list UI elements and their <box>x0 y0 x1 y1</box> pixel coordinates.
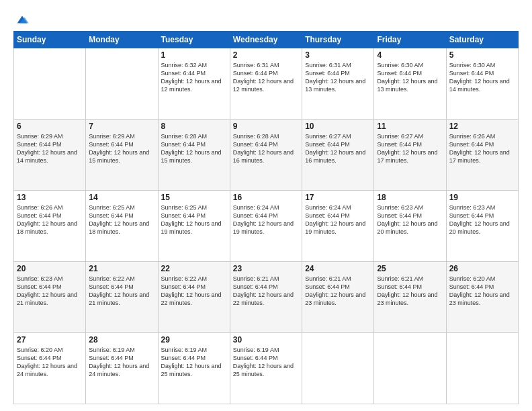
cell-info-text: Sunrise: 6:24 AM Sunset: 6:44 PM Dayligh… <box>305 203 371 236</box>
cell-day-number: 10 <box>305 122 371 131</box>
cell-day-number: 15 <box>161 193 227 202</box>
cell-info-text: Sunrise: 6:26 AM Sunset: 6:44 PM Dayligh… <box>17 203 83 236</box>
calendar-header-monday: Monday <box>86 32 158 48</box>
cell-day-number: 2 <box>233 50 299 60</box>
cell-day-number: 22 <box>161 264 227 273</box>
cell-info-text: Sunrise: 6:21 AM Sunset: 6:44 PM Dayligh… <box>305 275 371 308</box>
cell-day-number: 4 <box>377 50 443 60</box>
page: SundayMondayTuesdayWednesdayThursdayFrid… <box>0 0 532 411</box>
calendar-cell: 14Sunrise: 6:25 AM Sunset: 6:44 PM Dayli… <box>86 191 158 262</box>
cell-info-text: Sunrise: 6:23 AM Sunset: 6:44 PM Dayligh… <box>449 203 515 236</box>
cell-info-text: Sunrise: 6:30 AM Sunset: 6:44 PM Dayligh… <box>377 61 443 94</box>
calendar-header-thursday: Thursday <box>302 32 374 48</box>
calendar-header-wednesday: Wednesday <box>230 32 302 48</box>
cell-info-text: Sunrise: 6:21 AM Sunset: 6:44 PM Dayligh… <box>377 275 443 308</box>
cell-day-number: 18 <box>377 193 443 202</box>
cell-day-number: 1 <box>161 50 227 60</box>
cell-info-text: Sunrise: 6:29 AM Sunset: 6:44 PM Dayligh… <box>17 132 83 165</box>
cell-day-number: 12 <box>449 122 515 131</box>
calendar-table: SundayMondayTuesdayWednesdayThursdayFrid… <box>13 31 519 404</box>
calendar-cell <box>14 48 86 120</box>
calendar-cell: 12Sunrise: 6:26 AM Sunset: 6:44 PM Dayli… <box>446 120 518 191</box>
cell-day-number: 17 <box>305 193 371 202</box>
calendar-cell: 13Sunrise: 6:26 AM Sunset: 6:44 PM Dayli… <box>14 191 86 262</box>
logo-icon <box>15 12 30 27</box>
header <box>13 12 519 24</box>
cell-info-text: Sunrise: 6:22 AM Sunset: 6:44 PM Dayligh… <box>161 275 227 308</box>
calendar-cell: 16Sunrise: 6:24 AM Sunset: 6:44 PM Dayli… <box>230 191 302 262</box>
calendar-cell: 15Sunrise: 6:25 AM Sunset: 6:44 PM Dayli… <box>158 191 230 262</box>
calendar-cell: 2Sunrise: 6:31 AM Sunset: 6:44 PM Daylig… <box>230 48 302 120</box>
cell-day-number: 27 <box>17 335 83 345</box>
cell-day-number: 5 <box>449 50 515 60</box>
cell-day-number: 25 <box>377 264 443 273</box>
cell-day-number: 7 <box>89 122 154 131</box>
calendar-cell: 24Sunrise: 6:21 AM Sunset: 6:44 PM Dayli… <box>302 262 374 333</box>
cell-info-text: Sunrise: 6:32 AM Sunset: 6:44 PM Dayligh… <box>161 61 227 94</box>
cell-info-text: Sunrise: 6:31 AM Sunset: 6:44 PM Dayligh… <box>305 61 371 94</box>
cell-day-number: 3 <box>305 50 371 60</box>
cell-info-text: Sunrise: 6:20 AM Sunset: 6:44 PM Dayligh… <box>17 346 83 379</box>
calendar-cell: 6Sunrise: 6:29 AM Sunset: 6:44 PM Daylig… <box>14 120 86 191</box>
calendar-cell: 28Sunrise: 6:19 AM Sunset: 6:44 PM Dayli… <box>86 333 158 404</box>
cell-info-text: Sunrise: 6:19 AM Sunset: 6:44 PM Dayligh… <box>233 346 299 379</box>
cell-info-text: Sunrise: 6:27 AM Sunset: 6:44 PM Dayligh… <box>377 132 443 165</box>
calendar-cell: 18Sunrise: 6:23 AM Sunset: 6:44 PM Dayli… <box>374 191 446 262</box>
cell-day-number: 24 <box>305 264 371 273</box>
cell-info-text: Sunrise: 6:20 AM Sunset: 6:44 PM Dayligh… <box>449 275 515 308</box>
cell-day-number: 29 <box>161 335 227 345</box>
cell-info-text: Sunrise: 6:25 AM Sunset: 6:44 PM Dayligh… <box>161 203 227 236</box>
calendar-cell: 27Sunrise: 6:20 AM Sunset: 6:44 PM Dayli… <box>14 333 86 404</box>
cell-info-text: Sunrise: 6:23 AM Sunset: 6:44 PM Dayligh… <box>377 203 443 236</box>
calendar-week-row: 27Sunrise: 6:20 AM Sunset: 6:44 PM Dayli… <box>14 333 519 404</box>
cell-info-text: Sunrise: 6:27 AM Sunset: 6:44 PM Dayligh… <box>305 132 371 165</box>
calendar-week-row: 6Sunrise: 6:29 AM Sunset: 6:44 PM Daylig… <box>14 120 519 191</box>
calendar-cell: 22Sunrise: 6:22 AM Sunset: 6:44 PM Dayli… <box>158 262 230 333</box>
calendar-cell: 3Sunrise: 6:31 AM Sunset: 6:44 PM Daylig… <box>302 48 374 120</box>
cell-info-text: Sunrise: 6:26 AM Sunset: 6:44 PM Dayligh… <box>449 132 515 165</box>
cell-info-text: Sunrise: 6:28 AM Sunset: 6:44 PM Dayligh… <box>161 132 227 165</box>
calendar-cell: 10Sunrise: 6:27 AM Sunset: 6:44 PM Dayli… <box>302 120 374 191</box>
cell-info-text: Sunrise: 6:29 AM Sunset: 6:44 PM Dayligh… <box>89 132 154 165</box>
cell-info-text: Sunrise: 6:30 AM Sunset: 6:44 PM Dayligh… <box>449 61 515 94</box>
cell-day-number: 9 <box>233 122 299 131</box>
cell-info-text: Sunrise: 6:25 AM Sunset: 6:44 PM Dayligh… <box>89 203 154 236</box>
calendar-header-saturday: Saturday <box>446 32 518 48</box>
calendar-cell: 8Sunrise: 6:28 AM Sunset: 6:44 PM Daylig… <box>158 120 230 191</box>
logo <box>13 12 30 24</box>
calendar-cell: 21Sunrise: 6:22 AM Sunset: 6:44 PM Dayli… <box>86 262 158 333</box>
calendar-cell: 11Sunrise: 6:27 AM Sunset: 6:44 PM Dayli… <box>374 120 446 191</box>
calendar-cell: 1Sunrise: 6:32 AM Sunset: 6:44 PM Daylig… <box>158 48 230 120</box>
calendar-cell: 5Sunrise: 6:30 AM Sunset: 6:44 PM Daylig… <box>446 48 518 120</box>
cell-day-number: 8 <box>161 122 227 131</box>
cell-day-number: 20 <box>17 264 83 273</box>
cell-day-number: 30 <box>233 335 299 345</box>
cell-day-number: 6 <box>17 122 83 131</box>
calendar-cell: 17Sunrise: 6:24 AM Sunset: 6:44 PM Dayli… <box>302 191 374 262</box>
cell-day-number: 28 <box>89 335 154 345</box>
calendar-header-row: SundayMondayTuesdayWednesdayThursdayFrid… <box>14 32 519 48</box>
calendar-header-sunday: Sunday <box>14 32 86 48</box>
cell-day-number: 19 <box>449 193 515 202</box>
cell-day-number: 11 <box>377 122 443 131</box>
calendar-cell: 29Sunrise: 6:19 AM Sunset: 6:44 PM Dayli… <box>158 333 230 404</box>
cell-info-text: Sunrise: 6:28 AM Sunset: 6:44 PM Dayligh… <box>233 132 299 165</box>
calendar-cell: 19Sunrise: 6:23 AM Sunset: 6:44 PM Dayli… <box>446 191 518 262</box>
cell-info-text: Sunrise: 6:22 AM Sunset: 6:44 PM Dayligh… <box>89 275 154 308</box>
cell-info-text: Sunrise: 6:24 AM Sunset: 6:44 PM Dayligh… <box>233 203 299 236</box>
cell-info-text: Sunrise: 6:21 AM Sunset: 6:44 PM Dayligh… <box>233 275 299 308</box>
calendar-cell <box>302 333 374 404</box>
calendar-cell: 7Sunrise: 6:29 AM Sunset: 6:44 PM Daylig… <box>86 120 158 191</box>
calendar-week-row: 20Sunrise: 6:23 AM Sunset: 6:44 PM Dayli… <box>14 262 519 333</box>
calendar-cell: 30Sunrise: 6:19 AM Sunset: 6:44 PM Dayli… <box>230 333 302 404</box>
calendar-cell <box>86 48 158 120</box>
cell-day-number: 26 <box>449 264 515 273</box>
calendar-cell: 23Sunrise: 6:21 AM Sunset: 6:44 PM Dayli… <box>230 262 302 333</box>
cell-day-number: 21 <box>89 264 154 273</box>
calendar-week-row: 13Sunrise: 6:26 AM Sunset: 6:44 PM Dayli… <box>14 191 519 262</box>
cell-day-number: 13 <box>17 193 83 202</box>
cell-info-text: Sunrise: 6:19 AM Sunset: 6:44 PM Dayligh… <box>89 346 154 379</box>
cell-day-number: 14 <box>89 193 154 202</box>
cell-day-number: 16 <box>233 193 299 202</box>
calendar-cell: 26Sunrise: 6:20 AM Sunset: 6:44 PM Dayli… <box>446 262 518 333</box>
